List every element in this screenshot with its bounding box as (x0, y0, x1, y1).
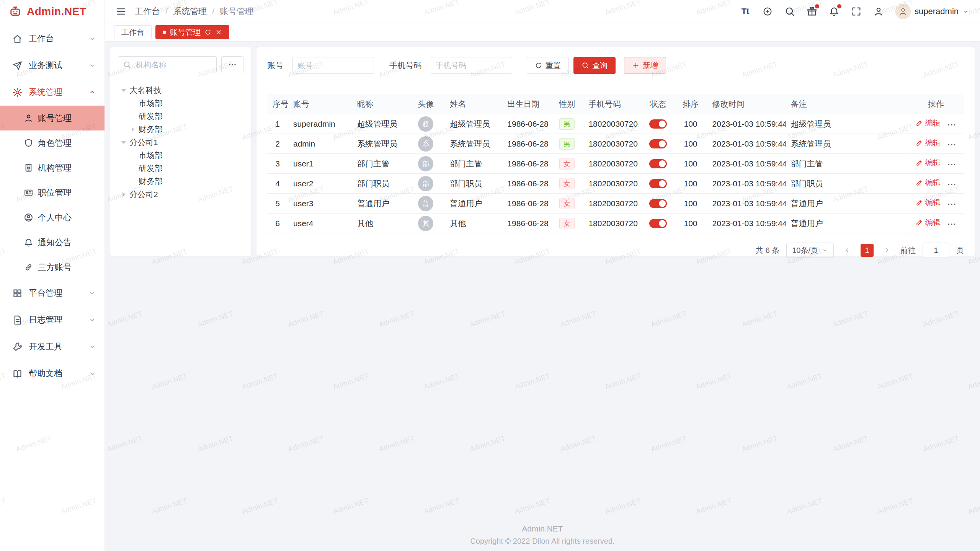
status-toggle[interactable] (649, 119, 667, 129)
status-toggle[interactable] (649, 139, 667, 148)
tree-node[interactable]: 市场部 (118, 149, 243, 162)
font-size-button[interactable]: Tt (740, 6, 751, 17)
tab-workbench[interactable]: 工作台 (114, 25, 152, 39)
gear-icon (12, 87, 23, 98)
org-more-button[interactable] (221, 56, 243, 73)
sidebar: Admin.NET 工作台业务测试系统管理账号管理角色管理机构管理职位管理个人中… (0, 0, 105, 551)
caret-down-icon[interactable] (120, 87, 127, 94)
sidebar-item-role-manage[interactable]: 角色管理 (0, 130, 105, 155)
tree-node[interactable]: 研发部 (118, 162, 243, 175)
table-row: 1superadmin超级管理员超超级管理员1986-06-28男1802003… (267, 114, 964, 134)
edit-button[interactable]: 编辑 (916, 197, 941, 208)
pagination: 共 6 条 10条/页 1 前往 页 (267, 243, 964, 258)
sidebar-item-account-manage[interactable]: 账号管理 (0, 106, 105, 130)
gender-tag: 女 (559, 158, 575, 170)
caret-right-icon[interactable] (129, 126, 136, 133)
tab-close-icon[interactable] (215, 29, 222, 36)
user-icon (24, 113, 33, 123)
home-icon (12, 34, 23, 44)
gift-icon[interactable] (807, 6, 817, 17)
cell-modified-time: 2023-01-03 10:59:44 (707, 154, 786, 174)
breadcrumb-item[interactable]: 工作台 (135, 6, 160, 17)
logo-text: Admin.NET (27, 5, 86, 18)
sidebar-item-platform-manage[interactable]: 平台管理 (0, 280, 105, 306)
cell-nickname: 超级管理员 (352, 114, 407, 134)
tab-bar: 工作台 账号管理 (105, 23, 980, 42)
account-input[interactable] (293, 61, 374, 70)
search-icon[interactable] (784, 6, 795, 17)
sidebar-item-business-test[interactable]: 业务测试 (0, 52, 105, 79)
sidebar-item-notice[interactable]: 通知公告 (0, 230, 105, 255)
sidebar-item-dev-tools[interactable]: 开发工具 (0, 333, 105, 360)
cell-account: user2 (288, 174, 352, 194)
row-more-button[interactable] (947, 179, 957, 189)
add-button[interactable]: 新增 (624, 57, 666, 74)
edit-label: 编辑 (925, 118, 941, 128)
theme-icon[interactable] (762, 6, 773, 17)
prev-page-button[interactable] (841, 244, 854, 257)
caret-right-icon[interactable] (120, 191, 127, 198)
edit-label: 编辑 (925, 197, 941, 208)
reset-button[interactable]: 重置 (527, 57, 569, 74)
cell-remark: 系统管理员 (786, 134, 908, 154)
status-toggle[interactable] (649, 179, 667, 188)
tree-node[interactable]: 大名科技 (118, 84, 243, 97)
edit-icon (916, 159, 923, 166)
goto-page-input[interactable] (923, 243, 949, 258)
tree-node-label: 市场部 (139, 98, 163, 109)
notification-bell-icon[interactable] (829, 6, 840, 17)
logo[interactable]: Admin.NET (0, 0, 105, 23)
sidebar-item-personal-center[interactable]: 个人中心 (0, 205, 105, 230)
sidebar-item-org-manage[interactable]: 机构管理 (0, 155, 105, 180)
sidebar-item-label: 日志管理 (29, 314, 82, 326)
cell-name: 普通用户 (444, 194, 502, 214)
fullscreen-icon[interactable] (851, 6, 862, 17)
sidebar-item-log-manage[interactable]: 日志管理 (0, 306, 105, 333)
table-row: 6user4其他其其他1986-06-28女180200307201002023… (267, 214, 964, 233)
edit-label: 编辑 (925, 217, 941, 228)
cell-phone: 18020030720 (583, 214, 642, 233)
sidebar-item-workbench[interactable]: 工作台 (0, 25, 105, 52)
row-more-button[interactable] (947, 219, 957, 229)
sidebar-item-third-party-account[interactable]: 三方账号 (0, 255, 105, 280)
sidebar-item-help-docs[interactable]: 帮助文档 (0, 360, 105, 387)
tree-node[interactable]: 财务部 (118, 123, 243, 136)
status-toggle[interactable] (649, 199, 667, 208)
tab-account-manage[interactable]: 账号管理 (155, 25, 229, 39)
edit-button[interactable]: 编辑 (916, 138, 941, 148)
edit-button[interactable]: 编辑 (916, 118, 941, 128)
edit-button[interactable]: 编辑 (916, 158, 941, 168)
col-header-avatar: 头像 (407, 94, 444, 114)
edit-button[interactable]: 编辑 (916, 217, 941, 228)
tree-node-label: 研发部 (139, 111, 163, 122)
sidebar-item-position-manage[interactable]: 职位管理 (0, 180, 105, 205)
profile-icon[interactable] (873, 6, 884, 17)
page-size-select[interactable]: 10条/页 (786, 243, 834, 258)
tree-node[interactable]: 市场部 (118, 97, 243, 110)
tree-node[interactable]: 财务部 (118, 175, 243, 188)
tree-node[interactable]: 分公司1 (118, 136, 243, 149)
row-more-button[interactable] (947, 160, 957, 170)
user-menu[interactable]: superadmin (895, 4, 969, 19)
row-more-button[interactable] (947, 120, 957, 130)
status-toggle[interactable] (649, 159, 667, 168)
query-button[interactable]: 查询 (573, 57, 616, 74)
next-page-button[interactable] (880, 244, 893, 257)
sidebar-item-label: 工作台 (29, 33, 82, 44)
current-page[interactable]: 1 (861, 244, 874, 257)
sidebar-item-label: 帮助文档 (29, 368, 82, 379)
caret-down-icon[interactable] (120, 139, 127, 146)
edit-button[interactable]: 编辑 (916, 178, 941, 188)
sidebar-item-system-manage[interactable]: 系统管理 (0, 79, 105, 106)
tree-node[interactable]: 研发部 (118, 110, 243, 123)
phone-label: 手机号码 (389, 60, 421, 71)
tab-refresh-icon[interactable] (204, 29, 211, 36)
status-toggle[interactable] (649, 219, 667, 228)
breadcrumb-item[interactable]: 系统管理 (173, 6, 207, 17)
phone-input[interactable] (431, 61, 512, 70)
org-search-input[interactable] (131, 60, 216, 69)
row-more-button[interactable] (947, 199, 957, 209)
menu-collapse-button[interactable] (116, 6, 126, 17)
row-more-button[interactable] (947, 140, 957, 150)
tree-node[interactable]: 分公司2 (118, 188, 243, 201)
